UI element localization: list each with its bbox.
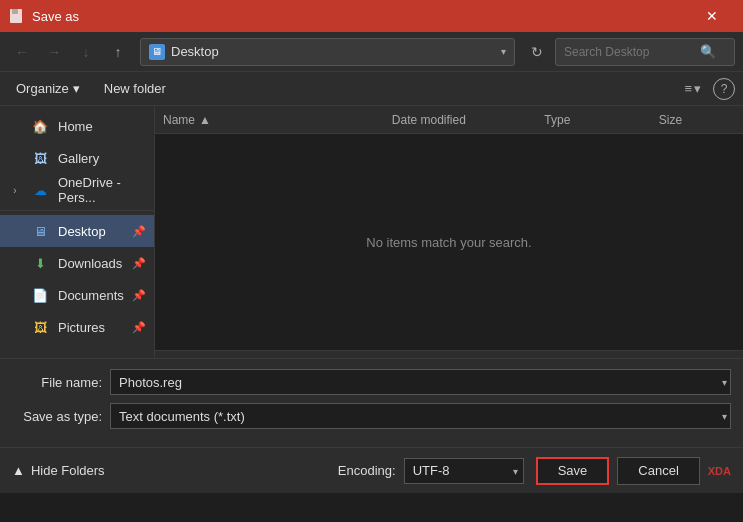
save-button[interactable]: Save	[536, 457, 610, 485]
encoding-select[interactable]: UTF-8 UTF-16 LE UTF-16 BE ANSI	[404, 458, 524, 484]
main-content: 🏠 Home 🖼 Gallery › ☁ OneDrive - Pers... …	[0, 106, 743, 358]
sidebar-item-label: Gallery	[58, 151, 146, 166]
view-button[interactable]: ≡ ▾	[680, 77, 705, 100]
hide-folders-icon: ▲	[12, 463, 25, 478]
col-header-size[interactable]: Size	[659, 113, 735, 127]
sidebar-item-label: Pictures	[58, 320, 124, 335]
pin-icon: 📌	[132, 225, 146, 238]
desktop-icon: 🖥	[30, 221, 50, 241]
sidebar-item-label: Home	[58, 119, 146, 134]
pin-icon: 📌	[132, 257, 146, 270]
sidebar-item-label: OneDrive - Pers...	[58, 175, 146, 205]
address-text: Desktop	[171, 44, 495, 59]
search-input[interactable]	[564, 45, 694, 59]
sort-arrow: ▲	[199, 113, 211, 127]
hide-folders-button[interactable]: ▲ Hide Folders	[12, 463, 105, 478]
file-area: Name ▲ Date modified Type Size No items …	[155, 106, 743, 358]
col-size-label: Size	[659, 113, 682, 127]
filetype-label: Save as type:	[12, 409, 102, 424]
pin-icon: 📌	[132, 321, 146, 334]
view-arrow: ▾	[694, 81, 701, 96]
title-bar-left: Save as	[8, 8, 79, 24]
navigation-toolbar: ← → ↓ ↑ 🖥 Desktop ▾ ↻ 🔍	[0, 32, 743, 72]
save-as-icon	[8, 8, 24, 24]
hide-folders-label: Hide Folders	[31, 463, 105, 478]
col-header-type[interactable]: Type	[544, 113, 658, 127]
address-location-icon: 🖥	[149, 44, 165, 60]
expand-placeholder	[8, 256, 22, 270]
pictures-icon: 🖼	[30, 317, 50, 337]
col-header-name[interactable]: Name ▲	[163, 113, 392, 127]
home-icon: 🏠	[30, 116, 50, 136]
column-headers: Name ▲ Date modified Type Size	[155, 106, 743, 134]
empty-message: No items match your search.	[366, 235, 531, 250]
sidebar: 🏠 Home 🖼 Gallery › ☁ OneDrive - Pers... …	[0, 106, 155, 358]
footer: ▲ Hide Folders Encoding: UTF-8 UTF-16 LE…	[0, 447, 743, 493]
sidebar-item-onedrive[interactable]: › ☁ OneDrive - Pers...	[0, 174, 154, 206]
expand-placeholder	[8, 119, 22, 133]
svg-rect-1	[12, 9, 18, 14]
encoding-select-wrapper: UTF-8 UTF-16 LE UTF-16 BE ANSI ▾	[404, 458, 524, 484]
address-bar[interactable]: 🖥 Desktop ▾	[140, 38, 515, 66]
documents-icon: 📄	[30, 285, 50, 305]
encoding-label: Encoding:	[338, 463, 396, 478]
col-type-label: Type	[544, 113, 570, 127]
new-folder-button[interactable]: New folder	[96, 77, 174, 100]
onedrive-icon: ☁	[30, 180, 50, 200]
close-button[interactable]: ✕	[689, 0, 735, 32]
downloads-icon: ⬇	[30, 253, 50, 273]
gallery-icon: 🖼	[30, 148, 50, 168]
organize-arrow: ▾	[73, 81, 80, 96]
svg-rect-2	[11, 16, 21, 22]
forward-button[interactable]: →	[40, 38, 68, 66]
sidebar-item-desktop[interactable]: 🖥 Desktop 📌	[0, 215, 154, 247]
filetype-input[interactable]	[110, 403, 731, 429]
filename-input[interactable]	[110, 369, 731, 395]
sidebar-separator	[0, 210, 154, 211]
col-name-label: Name	[163, 113, 195, 127]
col-date-label: Date modified	[392, 113, 466, 127]
bottom-form: File name: ▾ Save as type: ▾	[0, 358, 743, 447]
sidebar-item-label: Documents	[58, 288, 124, 303]
up-button[interactable]: ↑	[104, 38, 132, 66]
secondary-toolbar: Organize ▾ New folder ≡ ▾ ?	[0, 72, 743, 106]
filename-input-wrapper: ▾	[110, 369, 731, 395]
horizontal-scrollbar[interactable]	[155, 350, 743, 358]
sidebar-item-label: Desktop	[58, 224, 124, 239]
sidebar-item-documents[interactable]: 📄 Documents 📌	[0, 279, 154, 311]
view-icon: ≡	[684, 81, 692, 96]
sidebar-item-gallery[interactable]: 🖼 Gallery	[0, 142, 154, 174]
refresh-button[interactable]: ↻	[523, 38, 551, 66]
filetype-row: Save as type: ▾	[12, 403, 731, 429]
filetype-input-wrapper: ▾	[110, 403, 731, 429]
cancel-button[interactable]: Cancel	[617, 457, 699, 485]
filename-row: File name: ▾	[12, 369, 731, 395]
expand-placeholder	[8, 224, 22, 238]
xda-logo: XDA	[708, 465, 731, 477]
search-icon: 🔍	[700, 44, 716, 59]
help-button[interactable]: ?	[713, 78, 735, 100]
dropdown-button[interactable]: ↓	[72, 38, 100, 66]
sidebar-item-home[interactable]: 🏠 Home	[0, 110, 154, 142]
encoding-row: Encoding: UTF-8 UTF-16 LE UTF-16 BE ANSI…	[338, 458, 524, 484]
sidebar-item-pictures[interactable]: 🖼 Pictures 📌	[0, 311, 154, 343]
search-bar[interactable]: 🔍	[555, 38, 735, 66]
expand-icon: ›	[8, 183, 22, 197]
address-dropdown-arrow[interactable]: ▾	[501, 46, 506, 57]
sidebar-item-downloads[interactable]: ⬇ Downloads 📌	[0, 247, 154, 279]
col-header-date[interactable]: Date modified	[392, 113, 545, 127]
dialog-title: Save as	[32, 9, 79, 24]
expand-placeholder	[8, 288, 22, 302]
filename-label: File name:	[12, 375, 102, 390]
title-bar: Save as ✕	[0, 0, 743, 32]
expand-placeholder	[8, 151, 22, 165]
expand-placeholder	[8, 320, 22, 334]
pin-icon: 📌	[132, 289, 146, 302]
organize-button[interactable]: Organize ▾	[8, 77, 88, 100]
back-button[interactable]: ←	[8, 38, 36, 66]
organize-label: Organize	[16, 81, 69, 96]
file-list: No items match your search.	[155, 134, 743, 350]
sidebar-item-label: Downloads	[58, 256, 124, 271]
